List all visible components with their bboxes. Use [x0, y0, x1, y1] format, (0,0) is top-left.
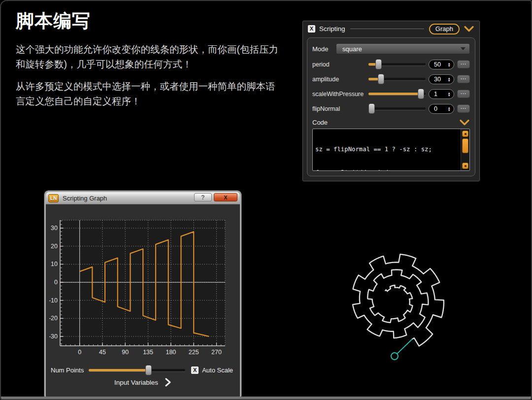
- flip-normal-value-box[interactable]: 0 ▲▼: [429, 104, 454, 114]
- spinner-down-icon[interactable]: ▼: [448, 79, 451, 82]
- mode-label: Mode: [312, 45, 336, 53]
- slider-fill: [368, 93, 421, 95]
- flip-normal-more-button[interactable]: ...: [457, 104, 470, 113]
- scripting-enabled-checkbox[interactable]: X: [308, 25, 315, 33]
- svg-text:10: 10: [51, 261, 58, 267]
- period-value-box[interactable]: 50 ▲▼: [429, 60, 454, 69]
- mode-dropdown[interactable]: square: [336, 43, 470, 54]
- code-line: sz = flipNormal == 1 ? -sz : sz;: [315, 146, 458, 154]
- amplitude-more-button[interactable]: ...: [457, 75, 470, 83]
- code-collapse-chevron[interactable]: [459, 119, 470, 126]
- mode-row: Mode square: [312, 43, 470, 54]
- mode-selected-value: square: [342, 45, 461, 53]
- input-variables-label: Input Variables: [114, 379, 158, 386]
- period-more-button[interactable]: ...: [457, 60, 470, 68]
- graph-button[interactable]: Graph: [429, 24, 460, 34]
- svg-text:20: 20: [51, 243, 58, 250]
- flip-normal-value: 0: [434, 105, 448, 112]
- page-title: 脚本编写: [16, 9, 284, 33]
- input-variables-row[interactable]: Input Variables: [46, 378, 240, 387]
- scrollbar-thumb[interactable]: [462, 138, 468, 153]
- code-line: freq = 2*pi*d/period;: [315, 169, 458, 171]
- svg-text:270: 270: [211, 349, 222, 356]
- value-spinner[interactable]: ▲▼: [448, 92, 451, 97]
- num-points-label: Num Points: [51, 367, 84, 374]
- flip-normal-slider[interactable]: [368, 103, 426, 114]
- scroll-up-button[interactable]: [462, 131, 468, 137]
- svg-text:-30: -30: [49, 333, 58, 340]
- param-row-scale-with-pressure: scaleWithPressure 1 ▲▼ ...: [312, 89, 470, 99]
- code-label: Code: [312, 119, 328, 126]
- svg-text:225: 225: [189, 349, 199, 356]
- num-points-slider[interactable]: [89, 365, 185, 375]
- scripting-graph-window: LN Scripting Graph ? X 04590135180225270…: [44, 191, 241, 399]
- param-row-flip-normal: flipNormal 0 ▲▼ ...: [312, 103, 470, 114]
- scroll-down-button[interactable]: [462, 163, 468, 169]
- intro-section: 脚本编写 这个强大的功能允许你改变你的线条的形状，而你画(包括压力和旋转参数)，…: [16, 9, 284, 117]
- num-points-row: Num Points X Auto Scale: [51, 365, 233, 375]
- value-spinner[interactable]: ▲▼: [448, 106, 451, 111]
- svg-text:180: 180: [166, 349, 176, 356]
- slider-handle[interactable]: [418, 89, 424, 99]
- param-label: period: [312, 61, 366, 68]
- scale-with-pressure-slider[interactable]: [368, 89, 426, 99]
- app-logo-icon: LN: [48, 194, 59, 202]
- slider-handle[interactable]: [378, 74, 384, 84]
- graph-plot: 045901351802252703020100-10-20-30: [49, 218, 233, 367]
- slider-handle[interactable]: [145, 365, 152, 375]
- svg-text:90: 90: [122, 349, 129, 356]
- window-title: Scripting Graph: [63, 195, 107, 202]
- code-scrollbar[interactable]: [461, 129, 469, 170]
- intro-paragraph-2: 从许多预定义的模式中选择一种，或者使用一种简单的脚本语言定义您自己的自定义程序！: [16, 79, 284, 108]
- slider-handle[interactable]: [375, 59, 382, 69]
- auto-scale-checkbox[interactable]: X: [191, 367, 199, 374]
- code-editor[interactable]: sz = flipNormal == 1 ? -sz : sz; freq = …: [312, 129, 470, 171]
- scale-with-pressure-more-button[interactable]: ...: [457, 90, 470, 98]
- scripting-panel-header: X Scripting Graph: [303, 21, 479, 36]
- period-slider[interactable]: [368, 59, 426, 69]
- scale-with-pressure-value: 1: [434, 91, 448, 98]
- value-spinner[interactable]: ▲▼: [448, 77, 451, 82]
- slider-handle[interactable]: [368, 103, 375, 114]
- amplitude-slider[interactable]: [368, 74, 426, 84]
- code-section-header: Code: [312, 119, 470, 126]
- window-content: 045901351802252703020100-10-20-30 Num Po…: [46, 204, 240, 397]
- intro-paragraph-1: 这个强大的功能允许你改变你的线条的形状，而你画(包括压力和旋转参数)，几乎可以想…: [16, 42, 284, 71]
- value-spinner[interactable]: ▲▼: [448, 62, 451, 67]
- param-row-amplitude: amplitude 30 ▲▼ ...: [312, 74, 470, 84]
- param-label: amplitude: [312, 76, 366, 83]
- brush-stroke-canvas[interactable]: [321, 245, 479, 375]
- svg-text:-10: -10: [49, 297, 58, 304]
- scripting-panel-title: Scripting: [319, 25, 345, 33]
- scripting-settings-group: Mode square period 50 ▲▼ ...: [307, 37, 475, 176]
- chevron-down-icon: [459, 119, 470, 126]
- svg-text:135: 135: [143, 349, 153, 356]
- slider-track[interactable]: [368, 107, 426, 110]
- header-separator-line: [350, 29, 424, 29]
- spinner-down-icon[interactable]: ▼: [448, 109, 451, 111]
- slider-fill: [89, 369, 149, 371]
- svg-text:45: 45: [99, 349, 106, 356]
- svg-text:0: 0: [78, 349, 81, 356]
- dropdown-caret-icon: [461, 47, 466, 53]
- close-button[interactable]: X: [214, 193, 237, 201]
- spinner-down-icon[interactable]: ▼: [448, 65, 451, 67]
- code-text[interactable]: sz = flipNormal == 1 ? -sz : sz; freq = …: [313, 129, 461, 170]
- svg-text:0: 0: [54, 279, 58, 286]
- spinner-down-icon[interactable]: ▼: [448, 94, 451, 97]
- bottom-edge-bar: [1, 397, 531, 399]
- period-value: 50: [434, 61, 448, 68]
- svg-text:-20: -20: [49, 315, 58, 322]
- amplitude-value: 30: [434, 76, 448, 83]
- scripting-panel: X Scripting Graph Mode square period: [302, 21, 480, 181]
- page-background: 脚本编写 这个强大的功能允许你改变你的线条的形状，而你画(包括压力和旋转参数)，…: [0, 0, 532, 400]
- help-button[interactable]: ?: [194, 193, 212, 201]
- amplitude-value-box[interactable]: 30 ▲▼: [429, 74, 454, 84]
- panel-collapse-chevron[interactable]: [464, 26, 474, 32]
- window-titlebar[interactable]: LN Scripting Graph ? X: [46, 192, 240, 204]
- param-row-period: period 50 ▲▼ ...: [312, 59, 470, 69]
- svg-text:30: 30: [51, 225, 58, 232]
- scale-with-pressure-value-box[interactable]: 1 ▲▼: [429, 89, 454, 99]
- chevron-right-icon: [165, 378, 171, 387]
- auto-scale-label: Auto Scale: [202, 367, 233, 374]
